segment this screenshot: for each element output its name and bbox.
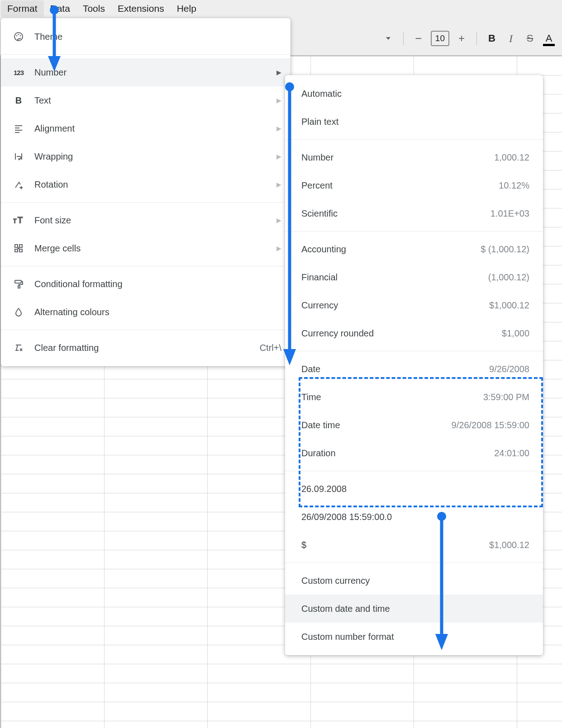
- number-currency-rounded[interactable]: Currency rounded $1,000: [285, 319, 543, 347]
- align-left-icon: [12, 122, 25, 135]
- toolbar-separator: [403, 32, 404, 45]
- toolbar-dropdown-icon[interactable]: [380, 30, 397, 47]
- menu-label: Alternating colours: [34, 307, 281, 317]
- menu-label: Accounting: [301, 244, 481, 255]
- italic-icon[interactable]: I: [502, 30, 519, 47]
- bold-b-icon: B: [12, 94, 25, 107]
- font-size-decrease-icon[interactable]: −: [410, 30, 427, 47]
- number-time[interactable]: Time 3:59:00 PM: [285, 383, 543, 411]
- menu-example: $1,000.12: [489, 300, 529, 311]
- svg-point-3: [20, 35, 21, 37]
- menu-separator: [1, 202, 291, 203]
- number-date[interactable]: Date 9/26/2008: [285, 355, 543, 383]
- number-percent[interactable]: Percent 10.12%: [285, 171, 543, 199]
- submenu-arrow-icon: ▶: [276, 97, 281, 104]
- menu-label: Financial: [301, 272, 488, 283]
- number-currency[interactable]: Currency $1,000.12: [285, 291, 543, 319]
- font-size-icon: TT: [12, 213, 25, 227]
- menu-label: Clear formatting: [34, 343, 242, 353]
- menu-example: 1,000.12: [494, 152, 529, 163]
- submenu-arrow-icon: ▶: [276, 245, 281, 252]
- svg-point-0: [14, 33, 23, 41]
- number-financial[interactable]: Financial (1,000.12): [285, 263, 543, 291]
- menu-shortcut: Ctrl+\: [260, 343, 281, 353]
- droplet-icon: [12, 305, 25, 319]
- text-color-icon[interactable]: A: [540, 30, 557, 47]
- menu-label: Date time: [301, 420, 452, 430]
- menubar-extensions[interactable]: Extensions: [111, 0, 171, 17]
- menu-example: $1,000.12: [489, 540, 529, 550]
- menu-rotation[interactable]: Rotation ▶: [1, 170, 291, 199]
- submenu-arrow-icon: ▶: [276, 153, 281, 160]
- paint-roller-icon: [12, 277, 25, 291]
- toolbar-separator: [476, 32, 477, 45]
- menu-label: Number: [34, 67, 258, 78]
- menu-text[interactable]: B Text ▶: [1, 86, 291, 114]
- menu-conditional-formatting[interactable]: Conditional formatting: [1, 270, 291, 298]
- number-custom-currency[interactable]: Custom currency: [285, 567, 543, 595]
- number-recent-2[interactable]: 26/09/2008 15:59:00.0: [285, 503, 543, 531]
- menu-label: Merge cells: [34, 243, 258, 254]
- menu-clear-formatting[interactable]: Clear formatting Ctrl+\: [1, 334, 291, 362]
- menu-label: Custom date and time: [301, 604, 529, 614]
- number-number[interactable]: Number 1,000.12: [285, 143, 543, 171]
- menu-label: Alignment: [34, 123, 258, 134]
- menu-label: Scientific: [301, 208, 491, 219]
- number-submenu: Automatic Plain text Number 1,000.12 Per…: [285, 75, 543, 655]
- format-menu: Theme 123 Number ▶ B Text ▶ Alignment ▶ …: [1, 18, 291, 366]
- number-custom-number-format[interactable]: Custom number format: [285, 623, 543, 651]
- merge-cells-icon: [12, 241, 25, 255]
- number-recent-1[interactable]: 26.09.2008: [285, 475, 543, 503]
- submenu-arrow-icon: ▶: [276, 181, 281, 188]
- svg-text:T: T: [18, 216, 23, 225]
- menu-number[interactable]: 123 Number ▶: [1, 58, 291, 86]
- menu-example: 10.12%: [499, 180, 529, 191]
- menu-separator: [285, 231, 543, 232]
- menu-label: Currency: [301, 300, 489, 311]
- menu-separator: [285, 351, 543, 351]
- menu-label: Wrapping: [34, 151, 258, 162]
- menu-label: Percent: [301, 180, 499, 191]
- menu-merge-cells[interactable]: Merge cells ▶: [1, 234, 291, 262]
- number-recent-3[interactable]: $ $1,000.12: [285, 531, 543, 559]
- menu-separator: [285, 563, 543, 563]
- menu-label: Number: [301, 152, 494, 163]
- number-date-time[interactable]: Date time 9/26/2008 15:59:00: [285, 411, 543, 439]
- number-automatic[interactable]: Automatic: [285, 80, 543, 108]
- menubar-help[interactable]: Help: [171, 0, 203, 17]
- font-size-increase-icon[interactable]: +: [453, 30, 470, 47]
- menu-example: (1,000.12): [488, 272, 529, 283]
- menu-label: Date: [301, 364, 489, 374]
- svg-point-1: [16, 35, 18, 37]
- bold-icon[interactable]: B: [483, 30, 500, 47]
- menu-example: 24:01:00: [494, 448, 529, 459]
- number-duration[interactable]: Duration 24:01:00: [285, 439, 543, 467]
- menu-font-size[interactable]: TT Font size ▶: [1, 206, 291, 234]
- strikethrough-icon[interactable]: S: [521, 30, 538, 47]
- svg-rect-7: [18, 286, 20, 288]
- number-custom-date-time[interactable]: Custom date and time: [285, 595, 543, 623]
- menu-wrapping[interactable]: Wrapping ▶: [1, 142, 291, 170]
- menubar-format[interactable]: Format: [1, 0, 44, 17]
- wrap-text-icon: [12, 150, 25, 163]
- menubar-data[interactable]: Data: [44, 0, 76, 17]
- menu-label: $: [301, 540, 489, 550]
- number-plain-text[interactable]: Plain text: [285, 108, 543, 136]
- menu-example: 9/26/2008 15:59:00: [452, 420, 529, 430]
- menu-label: Font size: [34, 215, 258, 226]
- menubar-tools[interactable]: Tools: [76, 0, 111, 17]
- menu-alignment[interactable]: Alignment ▶: [1, 114, 291, 142]
- menu-label: Text: [34, 95, 258, 106]
- font-size-input[interactable]: 10: [431, 31, 449, 46]
- menu-label: Duration: [301, 448, 494, 459]
- menu-separator: [1, 330, 291, 330]
- number-scientific[interactable]: Scientific 1.01E+03: [285, 199, 543, 227]
- menu-label: Conditional formatting: [34, 279, 281, 289]
- number-accounting[interactable]: Accounting $ (1,000.12): [285, 235, 543, 263]
- menu-example: 1.01E+03: [491, 208, 529, 219]
- svg-point-2: [18, 34, 19, 35]
- menu-label: 26.09.2008: [301, 484, 529, 494]
- menu-label: Rotation: [34, 180, 258, 190]
- menu-alternating-colours[interactable]: Alternating colours: [1, 298, 291, 326]
- menu-theme[interactable]: Theme: [1, 23, 291, 51]
